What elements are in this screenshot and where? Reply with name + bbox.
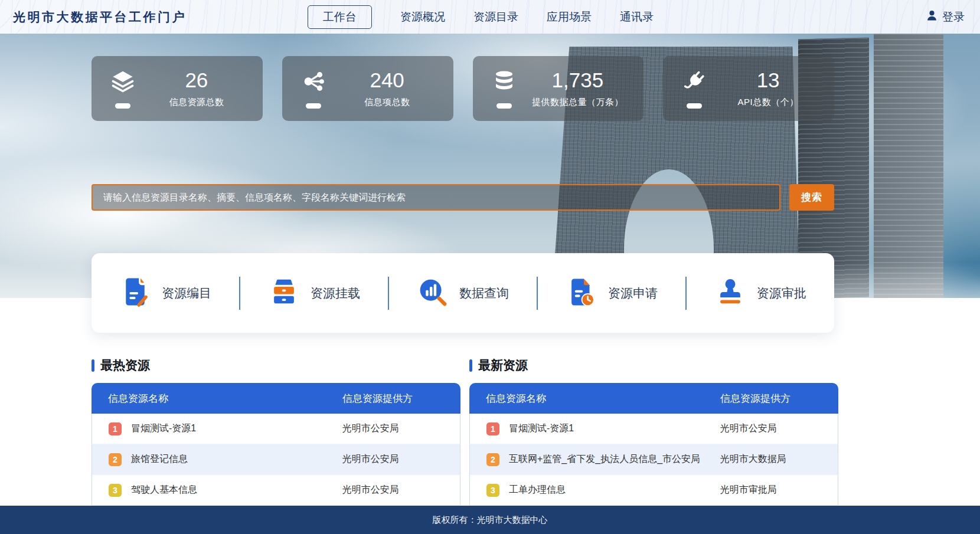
rank-badge: 3 [486,484,499,497]
database-icon [492,69,517,96]
quick-link-label: 资源编目 [162,285,211,302]
main-nav: 工作台 资源概况 资源目录 应用场景 通讯录 [308,5,654,29]
quick-link-label: 资源申请 [608,285,658,302]
latest-resources-section: 最新资源 信息资源名称 信息资源提供方 1冒烟测试-资源1 光明市公安局 2互联… [469,357,838,506]
quick-link-label: 数据查询 [459,285,509,302]
table-header: 信息资源名称 信息资源提供方 [92,383,460,414]
quick-link-label: 资源审批 [757,285,806,302]
column-header-name: 信息资源名称 [469,392,720,405]
rank-badge: 2 [486,453,499,466]
nav-item-contacts[interactable]: 通讯录 [620,9,654,25]
column-header-provider: 信息资源提供方 [342,392,460,405]
table-row[interactable]: 3驾驶人基本信息 光明市公安局 [92,475,460,506]
layers-icon [110,69,135,96]
stat-card-info-items: 240 信息项总数 [282,56,453,121]
table-header: 信息资源名称 信息资源提供方 [469,383,838,414]
stat-value: 13 [717,69,819,92]
site-logo: 光明市大数据平台工作门户 [13,9,187,25]
section-accent-bar [469,359,472,372]
quick-link-catalog[interactable]: 资源编目 [92,276,239,310]
rank-badge: 2 [109,453,122,466]
stat-value: 26 [146,69,247,92]
stat-label: 信息资源总数 [146,97,247,108]
resource-name: 工单办理信息 [509,484,566,496]
column-header-name: 信息资源名称 [92,392,342,405]
doc-edit-icon [119,276,151,310]
doc-clock-icon [566,276,597,310]
quick-link-approve[interactable]: 资源审批 [687,276,834,310]
resource-name: 冒烟测试-资源1 [509,422,574,435]
search-button[interactable]: 搜索 [789,184,834,211]
stamp-icon [714,276,746,310]
quick-link-mount[interactable]: 资源挂载 [240,276,388,310]
stat-value: 1,735 [527,69,629,92]
stat-label: API总数（个） [717,97,819,108]
section-title-hot: 最热资源 [100,357,150,374]
stat-card-data-volume: 1,735 提供数据总量（万条） [473,56,644,121]
nav-item-workbench[interactable]: 工作台 [308,5,372,29]
quick-links-panel: 资源编目 资源挂载 数据查询 资源申请 资源审批 [92,253,834,333]
hot-resources-section: 最热资源 信息资源名称 信息资源提供方 1冒烟测试-资源1 光明市公安局 2旅馆… [92,357,460,506]
nav-item-resource-overview[interactable]: 资源概况 [400,9,445,25]
rank-badge: 3 [109,484,122,497]
section-accent-bar [92,359,94,372]
user-icon [926,9,938,25]
section-title-latest: 最新资源 [478,357,528,374]
nav-item-resource-catalog[interactable]: 资源目录 [473,9,518,25]
copyright-text: 版权所有：光明市大数据中心 [433,515,548,526]
latest-resources-table: 信息资源名称 信息资源提供方 1冒烟测试-资源1 光明市公安局 2互联网+监管_… [469,383,838,506]
stat-value: 240 [337,69,438,92]
stats-row: 26 信息资源总数 240 信息项总数 [92,56,834,121]
table-row[interactable]: 2互联网+监管_省下发_执法人员信息_市公安局 光明市大数据局 [469,444,838,475]
resource-name: 旅馆登记信息 [131,453,188,466]
table-row[interactable]: 1冒烟测试-资源1 光明市公安局 [469,414,838,444]
rank-badge: 1 [109,422,122,435]
stat-dash [496,103,512,109]
search-chart-icon [417,276,449,310]
login-label: 登录 [942,9,965,25]
search-bar: 搜索 [92,184,834,211]
archive-icon [268,276,300,310]
stat-dash [115,103,130,109]
resource-provider: 光明市公安局 [342,484,460,496]
rank-badge: 1 [486,422,499,435]
table-row[interactable]: 1冒烟测试-资源1 光明市公安局 [92,414,460,444]
resource-provider: 光明市公安局 [720,422,838,435]
stat-dash [687,103,702,109]
table-row[interactable]: 2旅馆登记信息 光明市公安局 [92,444,460,475]
resource-name: 驾驶人基本信息 [131,484,197,496]
api-plug-icon [682,69,707,96]
quick-link-label: 资源挂载 [311,285,360,302]
resource-provider: 光明市公安局 [342,453,460,466]
stat-label: 信息项总数 [337,97,438,108]
top-navbar: 光明市大数据平台工作门户 工作台 资源概况 资源目录 应用场景 通讯录 登录 [0,0,980,34]
stat-label: 提供数据总量（万条） [527,97,629,108]
footer: 版权所有：光明市大数据中心 [0,506,980,534]
hot-resources-table: 信息资源名称 信息资源提供方 1冒烟测试-资源1 光明市公安局 2旅馆登记信息 … [92,383,460,506]
stat-card-resources: 26 信息资源总数 [92,56,263,121]
main-content: 资源编目 资源挂载 数据查询 资源申请 资源审批 [92,298,838,506]
resource-name: 互联网+监管_省下发_执法人员信息_市公安局 [509,453,700,466]
login-button[interactable]: 登录 [926,9,965,25]
search-input[interactable] [92,184,780,211]
stat-card-api-total: 13 API总数（个） [663,56,834,121]
resource-provider: 光明市公安局 [342,422,460,435]
quick-link-data-query[interactable]: 数据查询 [389,276,537,310]
resource-name: 冒烟测试-资源1 [131,422,196,435]
table-row[interactable]: 3工单办理信息 光明市审批局 [469,475,838,506]
resource-provider: 光明市大数据局 [720,453,838,466]
resource-provider: 光明市审批局 [720,484,838,496]
stat-dash [306,103,321,109]
quick-link-apply[interactable]: 资源申请 [538,276,685,310]
column-header-provider: 信息资源提供方 [720,392,838,405]
nav-item-app-scenarios[interactable]: 应用场景 [547,9,592,25]
share-network-icon [301,69,326,96]
